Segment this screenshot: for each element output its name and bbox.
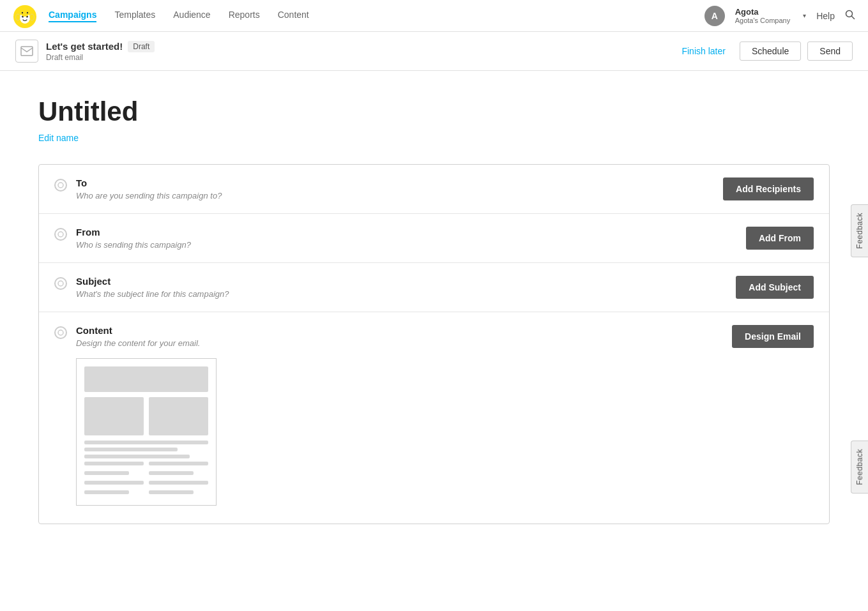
to-title: To xyxy=(76,177,222,188)
preview-line-2 xyxy=(84,448,178,451)
setup-row-to: To Who are you sending this campaign to?… xyxy=(39,165,829,214)
preview-line-1 xyxy=(84,441,208,444)
navbar: Campaigns Templates Audience Reports Con… xyxy=(0,0,868,32)
email-icon xyxy=(15,40,38,63)
setup-row-from-left: From Who is sending this campaign? xyxy=(54,227,191,250)
setup-row-content-left: Content Design the content for your emai… xyxy=(54,325,217,511)
preview-lines-left xyxy=(84,462,144,497)
from-title: From xyxy=(76,227,191,238)
nav-reports[interactable]: Reports xyxy=(229,10,260,22)
content-title: Content xyxy=(76,325,217,336)
preview-two-col2 xyxy=(84,462,208,497)
preview-line-r1 xyxy=(149,462,208,465)
from-subtitle: Who is sending this campaign? xyxy=(76,240,191,250)
check-icon-to xyxy=(54,179,67,192)
setup-row-subject: Subject What's the subject line for this… xyxy=(39,263,829,312)
to-content: To Who are you sending this campaign to? xyxy=(76,177,222,200)
svg-point-5 xyxy=(30,14,34,20)
check-icon-from xyxy=(54,228,67,241)
preview-col-left xyxy=(84,397,144,435)
draft-badge: Draft xyxy=(128,41,155,52)
help-link[interactable]: Help xyxy=(816,11,835,21)
add-from-button[interactable]: Add From xyxy=(746,227,814,250)
subject-title: Subject xyxy=(76,276,229,287)
main-content: Untitled Edit name To Who are you sendin… xyxy=(0,71,868,550)
svg-point-15 xyxy=(58,330,63,335)
svg-line-10 xyxy=(852,16,855,19)
email-preview-wrap xyxy=(76,348,217,511)
nav-templates[interactable]: Templates xyxy=(114,10,155,22)
preview-col-right xyxy=(149,397,208,435)
setup-row-subject-left: Subject What's the subject line for this… xyxy=(54,276,229,299)
search-button[interactable] xyxy=(845,10,855,22)
feedback-label-bottom: Feedback xyxy=(855,449,864,485)
preview-line-l1 xyxy=(84,462,144,465)
design-email-button[interactable]: Design Email xyxy=(732,325,814,348)
nav-content[interactable]: Content xyxy=(278,10,309,22)
preview-line-r4 xyxy=(149,490,194,494)
svg-point-7 xyxy=(22,11,23,13)
dropdown-arrow-icon[interactable]: ▾ xyxy=(803,12,806,19)
svg-point-13 xyxy=(58,232,63,237)
feedback-label-top: Feedback xyxy=(855,213,864,249)
svg-point-12 xyxy=(58,183,63,188)
nav-links: Campaigns Templates Audience Reports Con… xyxy=(49,10,704,22)
mailchimp-logo[interactable] xyxy=(13,4,36,27)
feedback-tab-top[interactable]: Feedback xyxy=(851,204,868,257)
preview-line-l4 xyxy=(84,490,129,494)
to-subtitle: Who are you sending this campaign to? xyxy=(76,191,222,200)
avatar: A xyxy=(704,6,725,26)
svg-point-8 xyxy=(27,11,28,13)
edit-name-link[interactable]: Edit name xyxy=(38,133,79,143)
preview-line-r3 xyxy=(149,481,208,485)
preview-lines-right xyxy=(149,462,208,497)
campaign-title: Untitled xyxy=(38,96,830,127)
add-subject-button[interactable]: Add Subject xyxy=(736,276,814,299)
subheader: Let's get started! Draft Draft email Fin… xyxy=(0,32,868,71)
svg-point-4 xyxy=(16,14,20,20)
add-recipients-button[interactable]: Add Recipients xyxy=(723,177,814,200)
preview-two-col xyxy=(84,397,208,435)
preview-line-r2 xyxy=(149,471,194,475)
content-info: Content Design the content for your emai… xyxy=(76,325,217,511)
nav-campaigns[interactable]: Campaigns xyxy=(49,10,96,22)
send-button[interactable]: Send xyxy=(807,41,853,61)
nav-audience[interactable]: Audience xyxy=(173,10,210,22)
setup-row-to-left: To Who are you sending this campaign to? xyxy=(54,177,222,200)
svg-point-14 xyxy=(58,281,63,286)
navbar-right: A Agota Agota's Company ▾ Help xyxy=(704,6,855,26)
user-company: Agota's Company xyxy=(735,17,790,24)
setup-card: To Who are you sending this campaign to?… xyxy=(38,164,830,524)
campaign-header-title: Let's get started! xyxy=(46,41,123,52)
subheader-right: Finish later Schedule Send xyxy=(674,41,853,61)
user-info: Agota Agota's Company xyxy=(735,7,790,24)
preview-line-l3 xyxy=(84,481,144,485)
subject-subtitle: What's the subject line for this campaig… xyxy=(76,289,229,299)
finish-later-button[interactable]: Finish later xyxy=(674,42,733,60)
preview-header-block xyxy=(84,366,208,392)
subheader-title-group: Let's get started! Draft Draft email xyxy=(46,41,155,62)
setup-row-content: Content Design the content for your emai… xyxy=(39,312,829,524)
check-icon-content xyxy=(54,326,67,339)
setup-row-from: From Who is sending this campaign? Add F… xyxy=(39,214,829,263)
schedule-button[interactable]: Schedule xyxy=(740,41,801,61)
preview-line-3 xyxy=(84,455,190,458)
svg-rect-11 xyxy=(21,47,33,56)
user-name: Agota xyxy=(735,7,790,17)
from-content: From Who is sending this campaign? xyxy=(76,227,191,250)
email-preview xyxy=(76,358,217,506)
preview-line-l2 xyxy=(84,471,129,475)
content-subtitle: Design the content for your email. xyxy=(76,338,217,348)
subheader-subtitle: Draft email xyxy=(46,53,155,62)
check-icon-subject xyxy=(54,277,67,290)
subject-content: Subject What's the subject line for this… xyxy=(76,276,229,299)
subheader-left: Let's get started! Draft Draft email xyxy=(15,40,155,63)
feedback-tab-bottom[interactable]: Feedback xyxy=(851,441,868,494)
